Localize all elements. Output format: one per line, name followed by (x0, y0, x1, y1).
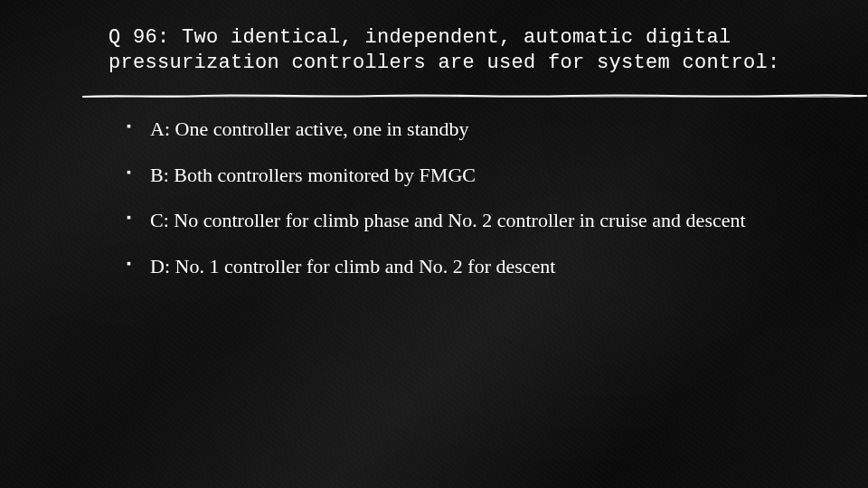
option-c: C: No controller for climb phase and No.… (127, 208, 814, 234)
option-d: D: No. 1 controller for climb and No. 2 … (127, 254, 814, 280)
slide: Q 96: Two identical, independent, automa… (0, 0, 868, 488)
divider-line (81, 91, 868, 100)
chalk-line-icon (81, 91, 868, 100)
option-text: D: No. 1 controller for climb and No. 2 … (150, 255, 555, 277)
option-b: B: Both controllers monitored by FMGC (127, 163, 814, 189)
question-title: Q 96: Two identical, independent, automa… (108, 25, 814, 75)
option-text: A: One controller active, one in standby (150, 117, 469, 140)
option-text: B: Both controllers monitored by FMGC (150, 164, 476, 186)
answer-options-list: A: One controller active, one in standby… (108, 117, 814, 279)
option-a: A: One controller active, one in standby (127, 117, 814, 143)
option-text: C: No controller for climb phase and No.… (150, 209, 746, 231)
